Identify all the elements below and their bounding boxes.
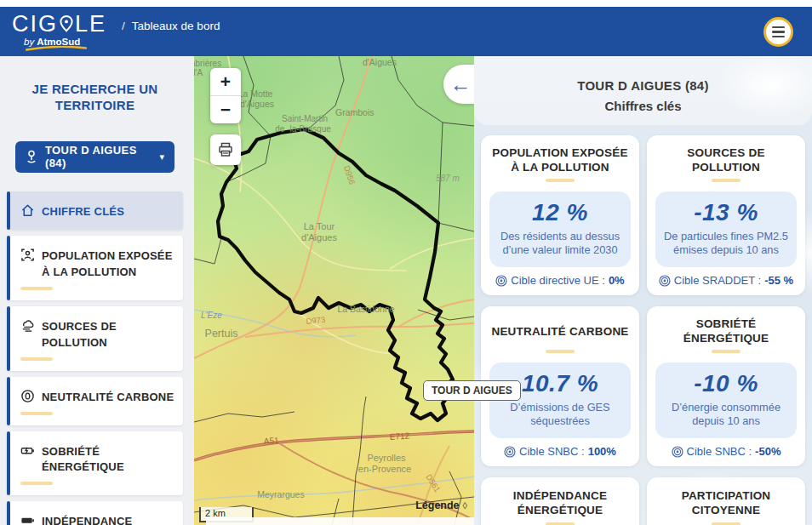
legend-toggle[interactable]: Légende ◊ — [415, 499, 467, 511]
card-value-box: -10 % D’énergie consommée depuis 10 ans — [655, 362, 797, 438]
sidebar-item-population-exposee[interactable]: POPULATION EXPOSÉE À LA POLLUTION — [7, 236, 183, 300]
cigale-dashboard: CIG LE by AtmoSud / Tableaux de bord — [0, 0, 812, 525]
card-target: Cible SRADDET : -55 % — [659, 274, 793, 287]
zoom-in-button[interactable]: + — [210, 68, 241, 95]
card-underline — [712, 179, 741, 182]
svg-text:d'A: d'A — [194, 68, 203, 77]
sidebar-item-independance-energetique[interactable]: INDÉPENDANCE ÉNERGÉTIQUE — [7, 501, 183, 525]
pollution-cloud-icon — [20, 318, 35, 333]
svg-text:d'Aigues: d'Aigues — [240, 99, 274, 109]
card-description: De particules fines PM2.5 émises depuis … — [662, 230, 790, 258]
target-icon — [504, 446, 516, 458]
svg-text:d'Aigues: d'Aigues — [301, 232, 337, 243]
chevron-down-icon: ▾ — [159, 151, 164, 163]
item-underline — [20, 287, 53, 290]
sidebar-item-label: POPULATION EXPOSÉE À LA POLLUTION — [42, 248, 174, 281]
svg-text:Pertuis: Pertuis — [205, 328, 238, 340]
target-icon — [672, 446, 683, 458]
territory-select[interactable]: TOUR D AIGUES (84) ▾ — [15, 141, 174, 173]
svg-text:de -la-Brasque: de -la-Brasque — [275, 124, 331, 134]
sidebar-item-label: SOBRIÉTÉ ÉNERGÉTIQUE — [42, 444, 174, 476]
sidebar-title: JE RECHERCHE UN TERRITOIRE — [7, 82, 183, 114]
sidebar: JE RECHERCHE UN TERRITOIRE TOUR D AIGUES… — [0, 56, 194, 525]
population-icon — [20, 248, 35, 262]
svg-text:Saint-Martin: Saint-Martin — [282, 114, 328, 123]
svg-text:Peyrolles: Peyrolles — [367, 453, 406, 463]
card-title: INDÉPENDANCE ÉNERGÉTIQUE — [489, 489, 631, 518]
print-button[interactable] — [210, 134, 241, 165]
breadcrumb-separator: / — [122, 20, 125, 32]
logo-pin-icon — [59, 14, 74, 33]
svg-text:en-Provence: en-Provence — [358, 464, 411, 474]
logo-text-right: LE — [75, 13, 106, 36]
card-target: Cible SNBC : 100% — [504, 445, 616, 458]
logo-swoosh — [26, 46, 87, 51]
panel-subtitle: Chiffres clés — [474, 99, 812, 113]
panel-territory-title: TOUR D AIGUES (84) — [474, 78, 812, 93]
svg-text:Grambois: Grambois — [335, 107, 375, 117]
card-title: SOBRIÉTÉ ÉNERGÉTIQUE — [655, 318, 797, 345]
svg-text:A51: A51 — [263, 436, 279, 446]
card-target: Cible SNBC : -50% — [672, 445, 781, 458]
target-icon — [659, 275, 671, 287]
card-underline — [712, 350, 741, 353]
svg-text:La Tour: La Tour — [304, 221, 335, 231]
map-container[interactable]: abrières d'A d'Aigues La Motte d'Aigues … — [194, 56, 474, 525]
target-label: Cible SNBC : — [687, 445, 752, 458]
top-header: CIG LE by AtmoSud / Tableaux de bord — [0, 7, 812, 56]
panel-header: TOUR D AIGUES (84) Chiffres clés — [474, 56, 812, 125]
target-value: -50% — [755, 445, 781, 458]
zoom-out-button[interactable]: − — [210, 96, 241, 123]
logo-text-left: CIG — [12, 13, 58, 36]
sidebar-nav: CHIFFRE CLÉS POPULATION EXPOSÉE À LA POL… — [7, 191, 183, 525]
territory-select-value: TOUR D AIGUES (84) — [45, 144, 159, 169]
card-population-exposee[interactable]: POPULATION EXPOSÉE À LA POLLUTION 12 % D… — [481, 135, 639, 295]
svg-text:587 m: 587 m — [436, 174, 460, 183]
card-independance-energetique[interactable]: INDÉPENDANCE ÉNERGÉTIQUE — [481, 477, 639, 525]
card-value: 12 % — [496, 199, 624, 226]
card-value-box: -13 % De particules fines PM2.5 émises d… — [655, 191, 797, 267]
content-row: JE RECHERCHE UN TERRITOIRE TOUR D AIGUES… — [0, 56, 812, 525]
sidebar-item-chiffres-cles[interactable]: CHIFFRE CLÉS — [7, 191, 183, 231]
battery-icon — [20, 513, 35, 525]
item-underline — [20, 357, 53, 361]
battery-charge-icon — [20, 443, 35, 458]
territory-tooltip: TOUR D AIGUES — [423, 380, 521, 401]
sidebar-item-neutralite-carbone[interactable]: NEUTRALITÉ CARBONE — [7, 377, 183, 425]
target-label: Cible SNBC : — [519, 445, 585, 458]
card-value: -10 % — [662, 370, 790, 397]
card-sobriete-energetique[interactable]: SOBRIÉTÉ ÉNERGÉTIQUE -10 % D’énergie con… — [647, 306, 805, 466]
diamond-icon: ◊ — [463, 500, 467, 511]
card-title: PARTICIPATION CITOYENNE — [655, 489, 797, 518]
target-value: 0% — [609, 274, 625, 287]
map-attribution-strip — [206, 517, 474, 525]
target-label: Cible directive UE : — [511, 274, 605, 287]
hamburger-menu-button[interactable] — [763, 17, 793, 47]
stat-cards-grid: POPULATION EXPOSÉE À LA POLLUTION 12 % D… — [474, 135, 812, 525]
item-underline — [20, 482, 53, 485]
breadcrumb-label[interactable]: Tableaux de bord — [132, 20, 220, 32]
card-sources-pollution[interactable]: SOURCES DE POLLUTION -13 % De particules… — [647, 135, 805, 295]
printer-icon — [218, 142, 233, 157]
card-participation-citoyenne[interactable]: PARTICIPATION CITOYENNE — [647, 477, 805, 525]
key-figures-panel: TOUR D AIGUES (84) Chiffres clés POPULAT… — [474, 56, 812, 525]
card-description: D’émissions de GES séquestrées — [496, 401, 624, 429]
map-terrain: abrières d'A d'Aigues La Motte d'Aigues … — [194, 56, 474, 525]
item-underline — [20, 412, 53, 415]
card-description: Des résidents au dessus d’une valeur lim… — [496, 230, 624, 258]
target-label: Cible SRADDET : — [674, 274, 761, 287]
legend-label: Légende — [415, 499, 459, 511]
sidebar-item-sources-pollution[interactable]: SOURCES DE POLLUTION — [7, 306, 183, 371]
card-underline — [546, 179, 575, 182]
card-value-box: 12 % Des résidents au dessus d’une valeu… — [489, 191, 631, 267]
target-value: 100% — [588, 445, 616, 458]
svg-text:abrières: abrières — [194, 59, 221, 68]
target-icon — [495, 275, 507, 287]
card-title: SOURCES DE POLLUTION — [655, 147, 797, 174]
card-title: NEUTRALITÉ CARBONE — [491, 318, 628, 345]
sidebar-item-label: NEUTRALITÉ CARBONE — [42, 390, 174, 406]
sidebar-item-label: INDÉPENDANCE ÉNERGÉTIQUE — [42, 514, 174, 525]
cigale-logo[interactable]: CIG LE by AtmoSud — [12, 13, 106, 51]
sidebar-item-sobriete-energetique[interactable]: SOBRIÉTÉ ÉNERGÉTIQUE — [7, 431, 183, 496]
svg-text:La Bastidonne: La Bastidonne — [337, 304, 394, 314]
